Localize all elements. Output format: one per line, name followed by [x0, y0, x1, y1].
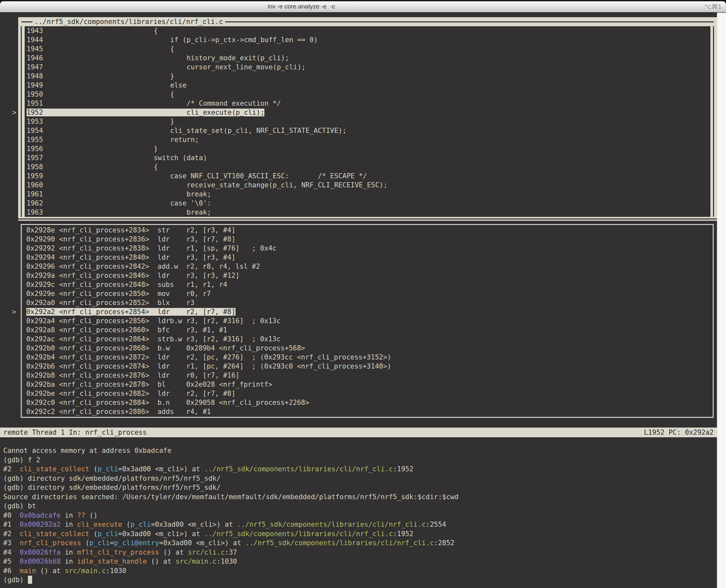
source-line: 1953 } [26, 117, 708, 126]
current-line-marker: > [12, 307, 16, 316]
asm-line: 0x29294 <nrf_cli_process+2840> ldr r3, [… [26, 253, 713, 262]
source-line: 1955 return; [26, 135, 708, 144]
console-line: #2 cli_state_collect (p_cli=0x3ad00 <m_c… [3, 464, 716, 474]
disassembly-lines: 0x2928e <nrf_cli_process+2834> str r2, [… [26, 226, 713, 416]
source-line: >1952 cli_execute(p_cli); [26, 108, 708, 117]
console-line: #0 0x0badcafe in ?? () [3, 511, 716, 520]
asm-line: >0x292a2 <nrf_cli_process+2854> ldr r2, … [26, 307, 713, 316]
asm-line: 0x292ba <nrf_cli_process+2878> bl 0x2e02… [26, 380, 713, 389]
source-line: 1948 } [26, 71, 708, 81]
window-shortcut-badge: ⌥⌘1 [704, 3, 722, 10]
asm-line: 0x292c0 <nrf_cli_process+2884> b.n 0x290… [26, 398, 713, 407]
asm-line: 0x292a4 <nrf_cli_process+2856> ldrb.w r3… [26, 316, 713, 326]
source-line: 1954 cli_state_set(p_cli, NRF_CLI_STATE_… [26, 126, 708, 135]
console-line: (gdb) f 2 [3, 456, 716, 465]
asm-line: 0x29292 <nrf_cli_process+2838> ldr r1, [… [26, 244, 713, 253]
source-line: 1951 /* Command execution */ [26, 99, 708, 108]
status-bar-left: remote Thread 1 In: nrf_cli_process [3, 427, 147, 437]
console-line: #4 0x00026ffa in mflt_cli_try_process ()… [3, 548, 716, 557]
terminal-window: inv -e core.analyze -e -c ⌥⌘1 ../nrf5_sd… [0, 1, 726, 588]
console-line: #1 0x000292a2 in cli_execute (p_cli=0x3a… [3, 520, 716, 529]
source-line: 1963 break; [26, 208, 708, 217]
asm-line: 0x292be <nrf_cli_process+2882> ldr r2, [… [26, 389, 713, 398]
window-title: inv -e core.analyze -e -c [0, 3, 603, 10]
console-line: #6 main () at src/main.c:1030 [3, 566, 716, 576]
source-line: 1945 { [26, 44, 708, 54]
console-line: Source directories searched: /Users/tyle… [3, 492, 716, 502]
text-cursor [28, 576, 32, 584]
source-code-lines: 1943 {1944 if (p_cli->p_ctx->cmd_buff_le… [26, 26, 708, 217]
source-line: 1947 cursor_next_line_move(p_cli); [26, 63, 708, 71]
source-line: 1956 } [26, 144, 708, 153]
border-line [225, 21, 714, 22]
asm-line: 0x292c2 <nrf_cli_process+2886> adds r4, … [26, 407, 713, 416]
scrollbar-track[interactable] [717, 13, 726, 588]
disassembly-window: 0x2928e <nrf_cli_process+2834> str r2, [… [21, 224, 714, 418]
status-bar-right: L1952 PC: 0x292a2 [644, 427, 714, 437]
asm-line: 0x292a8 <nrf_cli_process+2860> bfc r3, #… [26, 326, 713, 335]
titlebar[interactable]: inv -e core.analyze -e -c ⌥⌘1 [0, 1, 726, 12]
current-line-marker: > [12, 108, 17, 117]
source-line: 1943 { [26, 26, 708, 35]
source-line: 1960 receive_state_change(p_cli, NRF_CLI… [26, 181, 708, 190]
console-line: #3 nrf_cli_process (p_cli=p_cli@entry=0x… [3, 539, 716, 548]
console-line: (gdb) directory sdk/embedded/platforms/n… [3, 474, 716, 483]
console-line: (gdb) [3, 575, 716, 585]
source-window: ../nrf5_sdk/components/libraries/cli/nrf… [18, 17, 717, 221]
console-line: #5 0x00026b68 in idle_state_handle () at… [3, 557, 716, 566]
asm-line: 0x292ac <nrf_cli_process+2864> strb.w r3… [26, 335, 713, 343]
source-line: 1949 else [26, 81, 708, 90]
source-line: 1946 history_mode_exit(p_cli); [26, 54, 708, 63]
status-bar: remote Thread 1 In: nrf_cli_process L195… [0, 427, 717, 437]
source-line: 1962 case '\0': [26, 199, 708, 208]
console-line: (gdb) bt [3, 501, 716, 511]
asm-line: 0x2929e <nrf_cli_process+2850> mov r0, r… [26, 289, 713, 298]
source-window-border-bottom [18, 217, 717, 221]
asm-line: 0x2929c <nrf_cli_process+2848> subs r1, … [26, 280, 713, 289]
asm-line: 0x2928e <nrf_cli_process+2834> str r2, [… [26, 226, 713, 235]
source-line: 1961 break; [26, 190, 708, 199]
console-line: Cannot access memory at address 0xbadcaf… [3, 446, 716, 456]
console-line: #2 cli_state_collect (p_cli=0x3ad00 <m_c… [3, 529, 716, 539]
source-line: 1959 case NRF_CLI_VT100_ASCII_ESC: /* ES… [26, 171, 708, 181]
border-line [21, 21, 33, 22]
asm-line: 0x292b0 <nrf_cli_process+2868> b.w 0x289… [26, 343, 713, 353]
asm-line: 0x292b6 <nrf_cli_process+2874> ldr r1, [… [26, 362, 713, 371]
source-line: 1958 { [26, 162, 708, 171]
asm-line: 0x29290 <nrf_cli_process+2836> ldr r3, [… [26, 235, 713, 244]
asm-line: 0x292b4 <nrf_cli_process+2872> ldr r2, [… [26, 353, 713, 362]
source-line: 1950 { [26, 90, 708, 99]
asm-line: 0x292a0 <nrf_cli_process+2852> blx r3 [26, 298, 713, 307]
asm-line: 0x29296 <nrf_cli_process+2842> add.w r2,… [26, 262, 713, 271]
source-window-title: ../nrf5_sdk/components/libraries/cli/nrf… [33, 17, 225, 26]
console-line: (gdb) directory sdk/embedded/platforms/n… [3, 483, 716, 492]
source-line: 1957 switch (data) [26, 153, 708, 162]
source-window-border-top: ../nrf5_sdk/components/libraries/cli/nrf… [18, 17, 717, 26]
asm-line: 0x2929a <nrf_cli_process+2846> ldr r3, [… [26, 271, 713, 280]
source-line: 1944 if (p_cli->p_ctx->cmd_buff_len == 0… [26, 35, 708, 44]
asm-line: 0x292b8 <nrf_cli_process+2876> ldr r0, [… [26, 371, 713, 380]
terminal-content: ../nrf5_sdk/components/libraries/cli/nrf… [0, 13, 726, 588]
gdb-console[interactable]: Cannot access memory at address 0xbadcaf… [3, 437, 716, 585]
